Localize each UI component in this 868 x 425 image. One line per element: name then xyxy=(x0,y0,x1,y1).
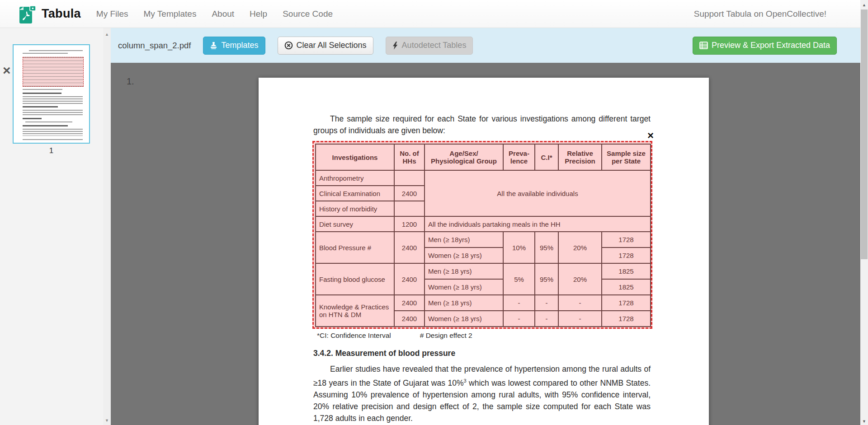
scroll-down-arrow-icon[interactable]: ▼ xyxy=(860,417,868,425)
brand-home-link[interactable]: Tabula xyxy=(18,3,81,25)
scroll-up-arrow-icon[interactable]: ▲ xyxy=(860,1,868,9)
tabula-pdf-lock-logo-icon xyxy=(18,3,37,25)
page-thumbnails-sidebar: × 1 ▲ ▼ xyxy=(0,28,111,425)
stamp-icon xyxy=(210,42,217,49)
thumbnail-selection-region xyxy=(23,57,84,87)
autodetect-button-label: Autodetect Tables xyxy=(402,41,467,50)
support-opencollective-link[interactable]: Support Tabula on OpenCollective! xyxy=(694,9,826,19)
navbar: Tabula My Files My Templates About Help … xyxy=(0,0,860,28)
circle-x-icon xyxy=(284,41,293,50)
toolbar: column_span_2.pdf Templates Clear All Se… xyxy=(111,28,860,63)
nav-item-source-code[interactable]: Source Code xyxy=(283,9,333,19)
table-selection-overlay[interactable] xyxy=(312,141,652,329)
section-heading: 3.4.2. Measurement of blood pressure xyxy=(313,349,455,358)
export-button-label: Preview & Export Extracted Data xyxy=(712,41,830,50)
templates-button-label: Templates xyxy=(221,41,258,50)
pdf-preview-area: 1. The sample size required for each Sta… xyxy=(111,63,860,425)
table-list-icon xyxy=(699,42,708,49)
window-scrollbar[interactable]: ▲ ▼ xyxy=(860,0,868,425)
footnote-ci: *CI: Confidence Interval xyxy=(317,332,391,340)
scroll-down-arrow-icon[interactable]: ▼ xyxy=(103,417,111,424)
nav-item-help[interactable]: Help xyxy=(250,9,267,19)
clear-button-label: Clear All Selections xyxy=(297,41,367,50)
clear-all-selections-button[interactable]: Clear All Selections xyxy=(278,37,373,55)
nav-item-about[interactable]: About xyxy=(212,9,234,19)
intro-paragraph: The sample size required for each State … xyxy=(313,113,651,136)
page-index-label: 1. xyxy=(127,76,134,87)
delete-selection-x-icon[interactable]: × xyxy=(647,131,654,140)
nav-item-my-templates[interactable]: My Templates xyxy=(144,9,197,19)
document-filename: column_span_2.pdf xyxy=(118,41,191,51)
nav-menu: My Files My Templates About Help Source … xyxy=(96,9,333,19)
pdf-page-1[interactable]: The sample size required for each State … xyxy=(259,78,709,425)
remove-page-x-icon[interactable]: × xyxy=(3,65,11,76)
scrollbar-thumb[interactable] xyxy=(861,9,868,259)
templates-button[interactable]: Templates xyxy=(203,37,265,55)
nav-item-my-files[interactable]: My Files xyxy=(96,9,128,19)
footnote-design-effect: # Design effect 2 xyxy=(420,332,472,340)
page-number-label: 1 xyxy=(13,146,90,155)
brand-title: Tabula xyxy=(42,7,81,21)
preview-export-button[interactable]: Preview & Export Extracted Data xyxy=(693,37,837,55)
body-paragraph: Earlier studies have revealed that the p… xyxy=(313,363,651,424)
autodetect-tables-button[interactable]: Autodetect Tables xyxy=(386,37,473,55)
sidebar-scrollbar[interactable]: ▲ ▼ xyxy=(103,28,111,425)
table-footnotes: *CI: Confidence Interval # Design effect… xyxy=(317,332,472,340)
bolt-icon xyxy=(392,42,398,50)
scroll-up-arrow-icon[interactable]: ▲ xyxy=(103,31,111,38)
page-1-thumbnail[interactable] xyxy=(13,44,90,144)
